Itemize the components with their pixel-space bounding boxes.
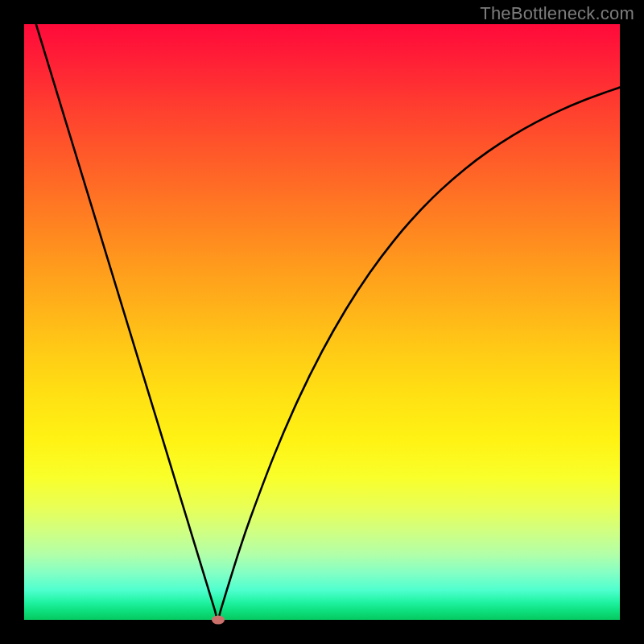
chart-frame: TheBottleneck.com — [0, 0, 644, 644]
watermark-text: TheBottleneck.com — [480, 3, 634, 24]
plot-area — [24, 24, 620, 620]
bottleneck-curve — [24, 24, 620, 620]
optimal-point-marker — [212, 616, 225, 625]
